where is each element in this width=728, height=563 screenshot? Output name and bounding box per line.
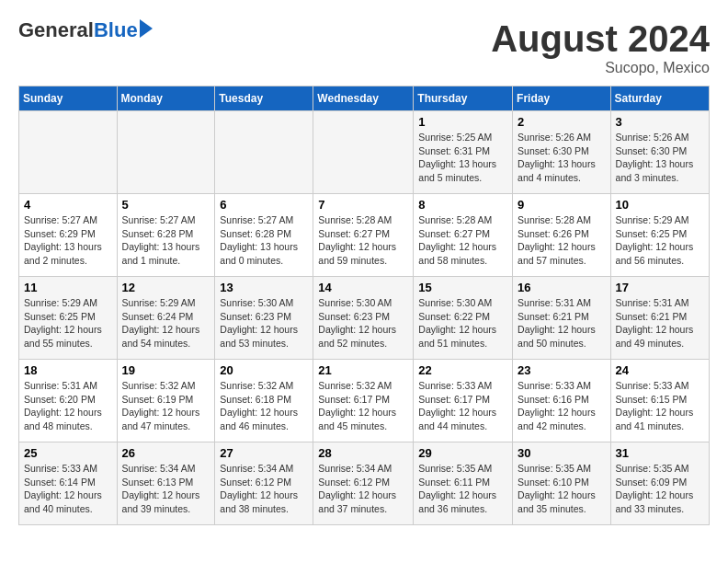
- day-number: 30: [518, 446, 606, 460]
- day-cell: 6Sunrise: 5:27 AMSunset: 6:28 PMDaylight…: [215, 194, 313, 277]
- header-tuesday: Tuesday: [215, 86, 313, 111]
- day-number: 1: [418, 115, 507, 129]
- day-info: Sunrise: 5:35 AMSunset: 6:11 PMDaylight:…: [418, 462, 507, 516]
- day-cell: 21Sunrise: 5:32 AMSunset: 6:17 PMDayligh…: [313, 360, 414, 442]
- day-cell: 25Sunrise: 5:33 AMSunset: 6:14 PMDayligh…: [19, 442, 118, 525]
- day-cell: 1Sunrise: 5:25 AMSunset: 6:31 PMDaylight…: [414, 111, 513, 194]
- day-info: Sunrise: 5:25 AMSunset: 6:31 PMDaylight:…: [418, 131, 507, 185]
- week-row-4: 18Sunrise: 5:31 AMSunset: 6:20 PMDayligh…: [19, 360, 710, 442]
- day-number: 20: [220, 363, 308, 377]
- day-info: Sunrise: 5:28 AMSunset: 6:27 PMDaylight:…: [318, 213, 408, 268]
- day-cell: 5Sunrise: 5:27 AMSunset: 6:28 PMDaylight…: [117, 194, 215, 277]
- page-header: General Blue August 2024 Sucopo, Mexico: [18, 18, 710, 76]
- day-cell: 15Sunrise: 5:30 AMSunset: 6:22 PMDayligh…: [414, 277, 513, 360]
- day-cell: 19Sunrise: 5:32 AMSunset: 6:19 PMDayligh…: [117, 360, 215, 442]
- day-number: 24: [616, 363, 704, 377]
- day-info: Sunrise: 5:34 AMSunset: 6:12 PMDaylight:…: [318, 462, 408, 516]
- day-info: Sunrise: 5:32 AMSunset: 6:18 PMDaylight:…: [220, 379, 308, 433]
- day-number: 18: [24, 363, 112, 377]
- day-info: Sunrise: 5:33 AMSunset: 6:17 PMDaylight:…: [418, 379, 507, 433]
- day-number: 4: [24, 198, 112, 212]
- day-number: 2: [518, 115, 606, 129]
- day-number: 26: [122, 446, 210, 460]
- day-number: 23: [518, 363, 606, 377]
- day-number: 21: [318, 363, 408, 377]
- week-row-2: 4Sunrise: 5:27 AMSunset: 6:29 PMDaylight…: [19, 194, 710, 277]
- day-info: Sunrise: 5:31 AMSunset: 6:21 PMDaylight:…: [616, 296, 704, 350]
- day-cell: 17Sunrise: 5:31 AMSunset: 6:21 PMDayligh…: [610, 277, 709, 360]
- header-sunday: Sunday: [19, 86, 118, 111]
- logo-arrow-icon: [140, 19, 153, 38]
- day-number: 5: [122, 198, 210, 212]
- week-row-5: 25Sunrise: 5:33 AMSunset: 6:14 PMDayligh…: [19, 442, 710, 525]
- location-subtitle: Sucopo, Mexico: [491, 60, 710, 76]
- day-info: Sunrise: 5:35 AMSunset: 6:10 PMDaylight:…: [518, 462, 606, 516]
- day-info: Sunrise: 5:27 AMSunset: 6:28 PMDaylight:…: [220, 213, 308, 268]
- day-cell: [313, 111, 414, 194]
- day-info: Sunrise: 5:31 AMSunset: 6:20 PMDaylight:…: [24, 379, 112, 433]
- day-info: Sunrise: 5:34 AMSunset: 6:13 PMDaylight:…: [122, 462, 210, 516]
- day-info: Sunrise: 5:27 AMSunset: 6:29 PMDaylight:…: [24, 213, 112, 268]
- month-title: August 2024: [491, 18, 710, 60]
- day-info: Sunrise: 5:28 AMSunset: 6:27 PMDaylight:…: [418, 213, 507, 268]
- day-cell: 23Sunrise: 5:33 AMSunset: 6:16 PMDayligh…: [513, 360, 611, 442]
- day-cell: [117, 111, 215, 194]
- day-number: 17: [616, 281, 704, 294]
- day-cell: 9Sunrise: 5:28 AMSunset: 6:26 PMDaylight…: [513, 194, 611, 277]
- calendar-body: 1Sunrise: 5:25 AMSunset: 6:31 PMDaylight…: [19, 111, 710, 525]
- day-number: 19: [122, 363, 210, 377]
- day-number: 12: [122, 281, 210, 294]
- day-number: 13: [220, 281, 308, 294]
- day-number: 29: [418, 446, 507, 460]
- day-info: Sunrise: 5:26 AMSunset: 6:30 PMDaylight:…: [616, 131, 704, 185]
- header-monday: Monday: [117, 86, 215, 111]
- day-info: Sunrise: 5:33 AMSunset: 6:16 PMDaylight:…: [518, 379, 606, 433]
- day-number: 15: [418, 281, 507, 294]
- day-number: 31: [616, 446, 704, 460]
- title-block: August 2024 Sucopo, Mexico: [491, 18, 710, 76]
- calendar-table: SundayMondayTuesdayWednesdayThursdayFrid…: [18, 86, 710, 525]
- day-number: 11: [24, 281, 112, 294]
- day-info: Sunrise: 5:33 AMSunset: 6:15 PMDaylight:…: [616, 379, 704, 433]
- day-number: 3: [616, 115, 704, 129]
- day-info: Sunrise: 5:30 AMSunset: 6:23 PMDaylight:…: [220, 296, 308, 350]
- day-cell: 10Sunrise: 5:29 AMSunset: 6:25 PMDayligh…: [610, 194, 709, 277]
- day-number: 7: [318, 198, 408, 212]
- week-row-1: 1Sunrise: 5:25 AMSunset: 6:31 PMDaylight…: [19, 111, 710, 194]
- day-info: Sunrise: 5:29 AMSunset: 6:24 PMDaylight:…: [122, 296, 210, 350]
- day-number: 9: [518, 198, 606, 212]
- day-info: Sunrise: 5:30 AMSunset: 6:23 PMDaylight:…: [318, 296, 408, 350]
- header-thursday: Thursday: [414, 86, 513, 111]
- day-cell: 29Sunrise: 5:35 AMSunset: 6:11 PMDayligh…: [414, 442, 513, 525]
- day-cell: 2Sunrise: 5:26 AMSunset: 6:30 PMDaylight…: [513, 111, 611, 194]
- day-number: 6: [220, 198, 308, 212]
- day-cell: 27Sunrise: 5:34 AMSunset: 6:12 PMDayligh…: [215, 442, 313, 525]
- day-info: Sunrise: 5:29 AMSunset: 6:25 PMDaylight:…: [616, 213, 704, 268]
- day-cell: 20Sunrise: 5:32 AMSunset: 6:18 PMDayligh…: [215, 360, 313, 442]
- day-cell: 11Sunrise: 5:29 AMSunset: 6:25 PMDayligh…: [19, 277, 118, 360]
- header-friday: Friday: [513, 86, 611, 111]
- day-number: 8: [418, 198, 507, 212]
- day-info: Sunrise: 5:31 AMSunset: 6:21 PMDaylight:…: [518, 296, 606, 350]
- logo: General Blue: [18, 18, 153, 42]
- day-cell: 28Sunrise: 5:34 AMSunset: 6:12 PMDayligh…: [313, 442, 414, 525]
- day-cell: 7Sunrise: 5:28 AMSunset: 6:27 PMDaylight…: [313, 194, 414, 277]
- logo-general-text: General: [18, 18, 94, 42]
- day-cell: 18Sunrise: 5:31 AMSunset: 6:20 PMDayligh…: [19, 360, 118, 442]
- day-cell: 8Sunrise: 5:28 AMSunset: 6:27 PMDaylight…: [414, 194, 513, 277]
- day-number: 25: [24, 446, 112, 460]
- day-info: Sunrise: 5:29 AMSunset: 6:25 PMDaylight:…: [24, 296, 112, 350]
- day-info: Sunrise: 5:34 AMSunset: 6:12 PMDaylight:…: [220, 462, 308, 516]
- day-cell: [215, 111, 313, 194]
- day-info: Sunrise: 5:32 AMSunset: 6:19 PMDaylight:…: [122, 379, 210, 433]
- logo-blue-text: Blue: [94, 18, 138, 42]
- day-cell: 22Sunrise: 5:33 AMSunset: 6:17 PMDayligh…: [414, 360, 513, 442]
- header-row: SundayMondayTuesdayWednesdayThursdayFrid…: [19, 86, 710, 111]
- calendar-header: SundayMondayTuesdayWednesdayThursdayFrid…: [19, 86, 710, 111]
- day-cell: 4Sunrise: 5:27 AMSunset: 6:29 PMDaylight…: [19, 194, 118, 277]
- day-info: Sunrise: 5:30 AMSunset: 6:22 PMDaylight:…: [418, 296, 507, 350]
- day-info: Sunrise: 5:28 AMSunset: 6:26 PMDaylight:…: [518, 213, 606, 268]
- day-number: 28: [318, 446, 408, 460]
- day-cell: 16Sunrise: 5:31 AMSunset: 6:21 PMDayligh…: [513, 277, 611, 360]
- day-info: Sunrise: 5:26 AMSunset: 6:30 PMDaylight:…: [518, 131, 606, 185]
